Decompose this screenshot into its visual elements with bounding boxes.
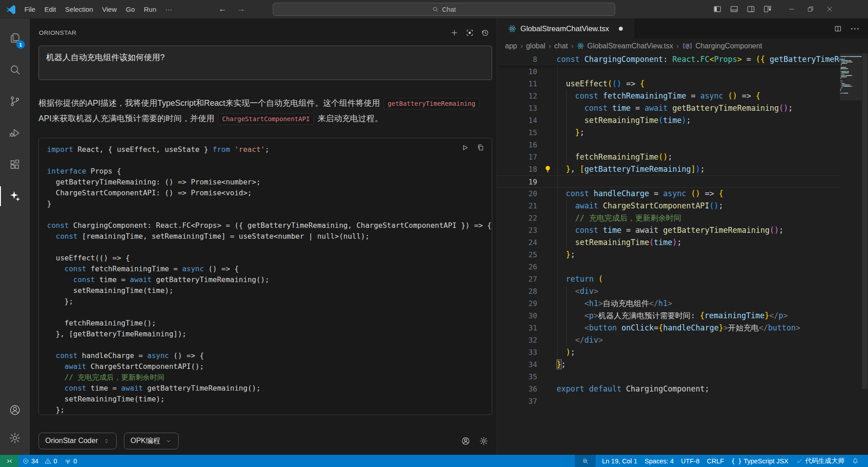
menu-file[interactable]: File xyxy=(20,5,40,13)
editor-code-line[interactable]: 21 await ChargeStartComponentAPI(); xyxy=(497,200,868,212)
restore-icon[interactable] xyxy=(801,0,820,18)
activity-explorer[interactable]: 1 xyxy=(0,22,30,54)
editor-code-line[interactable]: 31 <button onClick={handleCharge}>开始充电</… xyxy=(497,322,868,334)
status-encoding[interactable]: UTF-8 xyxy=(678,455,703,467)
activity-accounts[interactable] xyxy=(0,396,30,424)
orionstar-sidebar: ORIONSTAR 机器人自动充电组件该如何使用? 根据你提供的API描述，我将… xyxy=(30,19,497,455)
status-cursor-position[interactable]: Ln 19, Col 1 xyxy=(598,455,641,467)
editor-code-line[interactable]: 35 xyxy=(497,371,868,383)
close-icon[interactable] xyxy=(820,0,839,18)
menu-view[interactable]: View xyxy=(98,5,121,13)
editor-code-line[interactable]: 11 useEffect(() => { xyxy=(497,78,868,90)
copy-code-icon[interactable] xyxy=(476,143,485,152)
user-message-box[interactable]: 机器人自动充电组件该如何使用? xyxy=(38,46,492,80)
menu-go[interactable]: Go xyxy=(121,5,139,13)
customize-layout-icon[interactable] xyxy=(759,0,776,18)
editor-code-line[interactable]: 25 }; xyxy=(497,249,868,261)
layout-panel-icon[interactable] xyxy=(726,0,742,18)
editor-code-line[interactable]: 12 const fetchRemainingTime = async () =… xyxy=(497,90,868,102)
line-number: 30 xyxy=(497,310,542,322)
status-ai-status[interactable]: 代码生成大师 xyxy=(792,455,848,467)
breadcrumb-item[interactable]: [@]ChargingComponent xyxy=(682,42,762,50)
assistant-message: 根据你提供的API描述，我将使用TypeScript和React来实现一个自动充… xyxy=(38,96,492,127)
editor-code-line[interactable]: 29 <h1>自动充电组件</h1> xyxy=(497,297,868,310)
more-actions-icon[interactable]: ⋯ xyxy=(850,23,860,34)
status-problems[interactable]: 340 xyxy=(19,455,61,467)
capture-icon[interactable] xyxy=(465,28,474,37)
bell-icon xyxy=(852,458,859,465)
editor-code-line[interactable]: 22 // 充电完成后，更新剩余时间 xyxy=(497,212,868,224)
menu-selection[interactable]: Selection xyxy=(61,5,98,13)
activity-ai-assistant[interactable] xyxy=(0,180,30,212)
sidebar-footer: OrionStar Coder OPK编程 xyxy=(30,429,497,455)
line-number: 10 xyxy=(497,66,542,78)
account-icon[interactable] xyxy=(461,436,470,446)
minimize-icon[interactable] xyxy=(782,0,801,18)
editor-code-line[interactable]: 15 }; xyxy=(497,127,868,139)
editor-code-line[interactable]: 28 <div> xyxy=(497,285,868,297)
editor-code-line[interactable]: 13 const time = await getBatteryTimeRema… xyxy=(497,102,868,114)
command-center-search[interactable]: Chat xyxy=(273,3,615,16)
editor-code-line[interactable]: 19 xyxy=(497,175,868,188)
run-code-icon[interactable] xyxy=(460,143,469,152)
editor-code-line[interactable]: 10 xyxy=(497,66,868,78)
activity-search[interactable] xyxy=(0,54,30,85)
mode-selector[interactable]: OPK编程 xyxy=(124,433,179,449)
status-eol[interactable]: CRLF xyxy=(703,455,728,467)
history-icon[interactable] xyxy=(481,28,489,37)
activity-settings[interactable] xyxy=(0,424,30,452)
editor-code-line[interactable]: 20 const handleCharge = async () => { xyxy=(497,188,868,200)
code-block-content: import React, { useEffect, useState } fr… xyxy=(47,144,492,415)
editor-scrollbar[interactable] xyxy=(862,53,868,455)
tab-globalstreamchatview[interactable]: GlobalStreamChatView.tsx xyxy=(497,19,634,38)
status-zoom-indicator[interactable] xyxy=(575,455,596,467)
remote-indicator[interactable] xyxy=(0,455,19,467)
menu-[interactable]: ··· xyxy=(161,5,177,13)
status-ports[interactable]: 0 xyxy=(61,455,81,467)
remote-icon xyxy=(6,458,13,465)
editor-code-line[interactable]: 27 return ( xyxy=(497,273,868,285)
minimap[interactable] xyxy=(840,53,862,455)
zoomplus-icon xyxy=(582,458,589,465)
new-chat-icon[interactable] xyxy=(450,28,459,37)
breadcrumb-item[interactable]: global xyxy=(526,42,545,50)
breadcrumb-item[interactable]: chat xyxy=(554,42,568,50)
gear-icon[interactable] xyxy=(479,436,489,446)
status-notifications[interactable] xyxy=(848,455,863,467)
layout-sidebar-right-icon[interactable] xyxy=(742,0,759,18)
back-arrow-icon[interactable]: ← xyxy=(218,4,227,14)
breadcrumb-item[interactable]: app xyxy=(505,42,517,50)
editor-code-line[interactable]: 8const ChargingComponent: React.FC<Props… xyxy=(497,53,868,66)
editor-code-line[interactable]: 24 setRemainingTime(time); xyxy=(497,236,868,249)
layout-sidebar-left-icon[interactable] xyxy=(709,0,726,18)
editor-code-line[interactable]: 14 setRemainingTime(time); xyxy=(497,114,868,127)
status-indentation[interactable]: Spaces: 4 xyxy=(641,455,678,467)
editor-code-line[interactable]: 33 ); xyxy=(497,346,868,359)
editor-code-line[interactable]: 16 xyxy=(497,139,868,151)
editor-code-line[interactable]: 30 <p>机器人充满电预计需要时间: {remainingTime}</p> xyxy=(497,310,868,322)
code-editor[interactable]: 8const ChargingComponent: React.FC<Props… xyxy=(497,53,868,455)
activity-run-debug[interactable] xyxy=(0,117,30,149)
editor-code-line[interactable]: 36export default ChargingComponent; xyxy=(497,383,868,395)
menu-run[interactable]: Run xyxy=(139,5,161,13)
activity-source-control[interactable] xyxy=(0,85,30,117)
minimap-line xyxy=(840,93,862,94)
editor-code-line[interactable]: 37 xyxy=(497,395,868,407)
editor-code-line[interactable]: 32 </div> xyxy=(497,334,868,346)
editor-code-line[interactable]: 23 const time = await getBatteryTimeRema… xyxy=(497,224,868,236)
editor-code-line[interactable]: 18 }, [getBatteryTimeRemaining]); xyxy=(497,163,868,175)
editor-code-line[interactable]: 17 fetchRemainingTime(); xyxy=(497,151,868,163)
breadcrumb-item[interactable]: GlobalStreamChatView.tsx xyxy=(577,42,673,50)
lightbulb-icon[interactable] xyxy=(543,165,552,174)
menu-edit[interactable]: Edit xyxy=(40,5,61,13)
editor-code-line[interactable]: 34}; xyxy=(497,359,868,371)
split-editor-icon[interactable] xyxy=(834,24,842,33)
editor-code-line[interactable]: 26 xyxy=(497,261,868,273)
model-selector[interactable]: OrionStar Coder xyxy=(38,433,117,449)
sidebar-actions xyxy=(450,28,489,37)
status-language-mode[interactable]: { }TypeScript JSX xyxy=(728,455,792,467)
activity-extensions[interactable] xyxy=(0,149,30,180)
minimap-line xyxy=(840,82,862,83)
user-message-text: 机器人自动充电组件该如何使用? xyxy=(46,53,165,62)
forward-arrow-icon[interactable]: → xyxy=(237,4,246,14)
